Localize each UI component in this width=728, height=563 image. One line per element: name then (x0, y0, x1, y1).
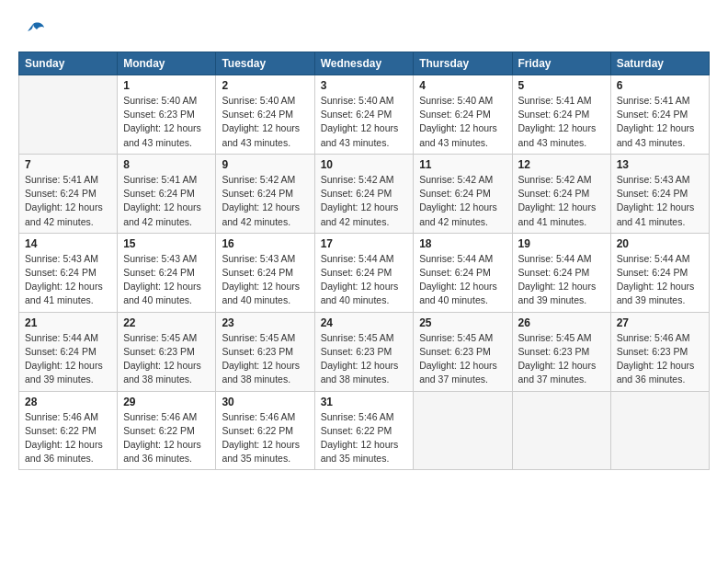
day-detail: Sunrise: 5:40 AM Sunset: 6:24 PM Dayligh… (419, 94, 506, 150)
day-detail: Sunrise: 5:46 AM Sunset: 6:22 PM Dayligh… (123, 410, 210, 466)
logo (18, 18, 46, 44)
column-header-saturday: Saturday (610, 52, 709, 75)
day-detail: Sunrise: 5:44 AM Sunset: 6:24 PM Dayligh… (321, 252, 408, 308)
day-number: 11 (419, 158, 506, 171)
calendar-cell: 13Sunrise: 5:43 AM Sunset: 6:24 PM Dayli… (610, 154, 709, 233)
day-detail: Sunrise: 5:40 AM Sunset: 6:24 PM Dayligh… (321, 94, 408, 150)
day-number: 27 (617, 316, 703, 329)
calendar-cell: 24Sunrise: 5:45 AM Sunset: 6:23 PM Dayli… (314, 312, 414, 391)
day-detail: Sunrise: 5:45 AM Sunset: 6:23 PM Dayligh… (321, 331, 408, 387)
calendar-cell: 5Sunrise: 5:41 AM Sunset: 6:24 PM Daylig… (512, 75, 610, 155)
day-detail: Sunrise: 5:44 AM Sunset: 6:24 PM Dayligh… (25, 331, 111, 387)
day-number: 29 (123, 396, 210, 408)
calendar-cell: 29Sunrise: 5:46 AM Sunset: 6:22 PM Dayli… (118, 391, 216, 470)
calendar-cell (414, 391, 512, 470)
day-number: 17 (321, 237, 408, 250)
day-number: 30 (222, 396, 308, 408)
day-number: 26 (518, 316, 605, 329)
calendar-week-row: 21Sunrise: 5:44 AM Sunset: 6:24 PM Dayli… (19, 312, 710, 391)
day-detail: Sunrise: 5:41 AM Sunset: 6:24 PM Dayligh… (518, 94, 605, 150)
day-number: 31 (321, 396, 408, 408)
day-detail: Sunrise: 5:46 AM Sunset: 6:22 PM Dayligh… (25, 410, 111, 466)
day-number: 19 (518, 237, 605, 250)
day-number: 12 (518, 158, 605, 171)
day-number: 23 (222, 316, 308, 329)
calendar-cell: 18Sunrise: 5:44 AM Sunset: 6:24 PM Dayli… (414, 233, 512, 312)
day-detail: Sunrise: 5:41 AM Sunset: 6:24 PM Dayligh… (617, 94, 703, 150)
day-number: 21 (25, 316, 111, 329)
calendar-cell: 27Sunrise: 5:46 AM Sunset: 6:23 PM Dayli… (610, 312, 709, 391)
calendar-cell: 1Sunrise: 5:40 AM Sunset: 6:23 PM Daylig… (118, 75, 216, 155)
day-detail: Sunrise: 5:42 AM Sunset: 6:24 PM Dayligh… (518, 173, 605, 229)
calendar-cell: 20Sunrise: 5:44 AM Sunset: 6:24 PM Dayli… (610, 233, 709, 312)
calendar-cell: 30Sunrise: 5:46 AM Sunset: 6:22 PM Dayli… (216, 391, 314, 470)
day-number: 10 (321, 158, 408, 171)
day-number: 22 (123, 316, 210, 329)
calendar-table: SundayMondayTuesdayWednesdayThursdayFrid… (18, 52, 710, 470)
day-detail: Sunrise: 5:45 AM Sunset: 6:23 PM Dayligh… (123, 331, 210, 387)
calendar-week-row: 28Sunrise: 5:46 AM Sunset: 6:22 PM Dayli… (19, 391, 710, 470)
calendar-cell: 28Sunrise: 5:46 AM Sunset: 6:22 PM Dayli… (19, 391, 118, 470)
day-detail: Sunrise: 5:42 AM Sunset: 6:24 PM Dayligh… (321, 173, 408, 229)
calendar-cell: 6Sunrise: 5:41 AM Sunset: 6:24 PM Daylig… (610, 75, 709, 155)
calendar-cell: 7Sunrise: 5:41 AM Sunset: 6:24 PM Daylig… (19, 154, 118, 233)
day-number: 8 (123, 158, 210, 171)
calendar-cell: 8Sunrise: 5:41 AM Sunset: 6:24 PM Daylig… (118, 154, 216, 233)
calendar-cell: 22Sunrise: 5:45 AM Sunset: 6:23 PM Dayli… (118, 312, 216, 391)
calendar-cell: 19Sunrise: 5:44 AM Sunset: 6:24 PM Dayli… (512, 233, 610, 312)
column-header-friday: Friday (512, 52, 610, 75)
day-detail: Sunrise: 5:43 AM Sunset: 6:24 PM Dayligh… (222, 252, 308, 308)
calendar-cell: 15Sunrise: 5:43 AM Sunset: 6:24 PM Dayli… (118, 233, 216, 312)
day-detail: Sunrise: 5:46 AM Sunset: 6:22 PM Dayligh… (222, 410, 308, 466)
day-detail: Sunrise: 5:44 AM Sunset: 6:24 PM Dayligh… (419, 252, 506, 308)
calendar-cell: 17Sunrise: 5:44 AM Sunset: 6:24 PM Dayli… (314, 233, 414, 312)
day-detail: Sunrise: 5:40 AM Sunset: 6:24 PM Dayligh… (222, 94, 308, 150)
day-number: 7 (25, 158, 111, 171)
day-detail: Sunrise: 5:44 AM Sunset: 6:24 PM Dayligh… (518, 252, 605, 308)
day-detail: Sunrise: 5:41 AM Sunset: 6:24 PM Dayligh… (25, 173, 111, 229)
day-detail: Sunrise: 5:43 AM Sunset: 6:24 PM Dayligh… (123, 252, 210, 308)
logo-bird-icon (20, 18, 46, 50)
calendar-cell: 12Sunrise: 5:42 AM Sunset: 6:24 PM Dayli… (512, 154, 610, 233)
calendar-cell: 3Sunrise: 5:40 AM Sunset: 6:24 PM Daylig… (314, 75, 414, 155)
day-number: 18 (419, 237, 506, 250)
calendar-cell (19, 75, 118, 155)
day-detail: Sunrise: 5:41 AM Sunset: 6:24 PM Dayligh… (123, 173, 210, 229)
calendar-header-row: SundayMondayTuesdayWednesdayThursdayFrid… (19, 52, 710, 75)
calendar-cell: 31Sunrise: 5:46 AM Sunset: 6:22 PM Dayli… (314, 391, 414, 470)
column-header-wednesday: Wednesday (314, 52, 414, 75)
column-header-tuesday: Tuesday (216, 52, 314, 75)
day-number: 16 (222, 237, 308, 250)
day-detail: Sunrise: 5:43 AM Sunset: 6:24 PM Dayligh… (617, 173, 703, 229)
day-number: 20 (617, 237, 703, 250)
day-detail: Sunrise: 5:44 AM Sunset: 6:24 PM Dayligh… (617, 252, 703, 308)
calendar-cell: 23Sunrise: 5:45 AM Sunset: 6:23 PM Dayli… (216, 312, 314, 391)
calendar-cell: 25Sunrise: 5:45 AM Sunset: 6:23 PM Dayli… (414, 312, 512, 391)
calendar-cell: 11Sunrise: 5:42 AM Sunset: 6:24 PM Dayli… (414, 154, 512, 233)
day-number: 2 (222, 79, 308, 92)
day-number: 14 (25, 237, 111, 250)
day-detail: Sunrise: 5:45 AM Sunset: 6:23 PM Dayligh… (419, 331, 506, 387)
day-number: 9 (222, 158, 308, 171)
calendar-cell: 21Sunrise: 5:44 AM Sunset: 6:24 PM Dayli… (19, 312, 118, 391)
column-header-sunday: Sunday (19, 52, 118, 75)
calendar-week-row: 1Sunrise: 5:40 AM Sunset: 6:23 PM Daylig… (19, 75, 710, 155)
calendar-cell (512, 391, 610, 470)
calendar-week-row: 7Sunrise: 5:41 AM Sunset: 6:24 PM Daylig… (19, 154, 710, 233)
calendar-cell: 4Sunrise: 5:40 AM Sunset: 6:24 PM Daylig… (414, 75, 512, 155)
day-number: 3 (321, 79, 408, 92)
day-detail: Sunrise: 5:43 AM Sunset: 6:24 PM Dayligh… (25, 252, 111, 308)
day-detail: Sunrise: 5:42 AM Sunset: 6:24 PM Dayligh… (419, 173, 506, 229)
day-number: 28 (25, 396, 111, 408)
calendar-cell (610, 391, 709, 470)
day-detail: Sunrise: 5:46 AM Sunset: 6:22 PM Dayligh… (321, 410, 408, 466)
day-number: 6 (617, 79, 703, 92)
calendar-cell: 16Sunrise: 5:43 AM Sunset: 6:24 PM Dayli… (216, 233, 314, 312)
calendar-cell: 9Sunrise: 5:42 AM Sunset: 6:24 PM Daylig… (216, 154, 314, 233)
day-number: 1 (123, 79, 210, 92)
day-number: 15 (123, 237, 210, 250)
calendar-cell: 14Sunrise: 5:43 AM Sunset: 6:24 PM Dayli… (19, 233, 118, 312)
column-header-monday: Monday (118, 52, 216, 75)
day-detail: Sunrise: 5:42 AM Sunset: 6:24 PM Dayligh… (222, 173, 308, 229)
column-header-thursday: Thursday (414, 52, 512, 75)
